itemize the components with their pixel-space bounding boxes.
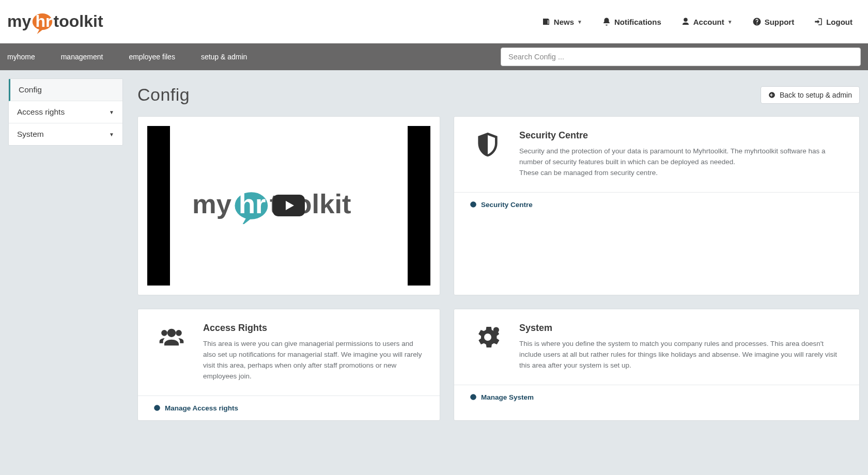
bell-icon bbox=[602, 17, 611, 26]
user-icon bbox=[681, 17, 690, 26]
svg-text:hr: hr bbox=[239, 188, 266, 219]
security-title: Security Centre bbox=[519, 130, 844, 141]
access-link[interactable]: Manage Access rights bbox=[153, 404, 424, 412]
users-icon bbox=[153, 323, 190, 382]
newspaper-icon bbox=[541, 17, 551, 26]
topbar: my hr toolkit News ▼ Notifications Accou… bbox=[0, 0, 868, 43]
nav-news[interactable]: News ▼ bbox=[541, 17, 582, 26]
svg-point-5 bbox=[493, 327, 499, 332]
nav-notifications[interactable]: Notifications bbox=[602, 17, 661, 26]
logo-suffix: toolkit bbox=[54, 12, 103, 30]
nav-setup-admin[interactable]: setup & admin bbox=[201, 44, 247, 69]
security-desc1: Security and the protection of your data… bbox=[519, 146, 844, 168]
access-title: Access Rights bbox=[203, 323, 424, 334]
system-link-label: Manage System bbox=[481, 393, 534, 401]
play-icon[interactable] bbox=[273, 195, 305, 216]
page-title: Config bbox=[137, 85, 190, 105]
system-card: System This is where you define the syst… bbox=[454, 309, 860, 421]
access-link-label: Manage Access rights bbox=[165, 404, 238, 412]
nav-notifications-label: Notifications bbox=[614, 18, 661, 26]
caret-down-icon: ▼ bbox=[109, 109, 114, 115]
search-input[interactable] bbox=[501, 48, 861, 66]
nav-account-label: Account bbox=[693, 18, 724, 26]
video-card: my hr toolkit bbox=[137, 116, 440, 295]
back-to-setup-button[interactable]: Back to setup & admin bbox=[761, 86, 860, 104]
search-wrap bbox=[501, 48, 861, 66]
caret-down-icon: ▼ bbox=[577, 19, 582, 25]
nav-management[interactable]: management bbox=[61, 44, 103, 69]
back-button-label: Back to setup & admin bbox=[780, 91, 852, 99]
nav-logout[interactable]: Logout bbox=[814, 17, 853, 26]
page-head: Config Back to setup & admin bbox=[137, 85, 860, 105]
caret-down-icon: ▼ bbox=[109, 132, 114, 137]
nav-support[interactable]: Support bbox=[752, 17, 795, 26]
system-desc: This is where you define the system to m… bbox=[519, 339, 844, 371]
security-card: Security Centre Security and the protect… bbox=[454, 116, 860, 295]
arrow-left-icon bbox=[768, 91, 776, 99]
nav-account[interactable]: Account ▼ bbox=[681, 17, 733, 26]
access-card: Access Rights This area is were you can … bbox=[137, 309, 440, 421]
nav-support-label: Support bbox=[765, 18, 795, 26]
nav-logout-label: Logout bbox=[826, 18, 853, 26]
security-link-label: Security Centre bbox=[481, 201, 533, 209]
sidebar: Config Access rights ▼ System ▼ bbox=[8, 78, 123, 146]
navbar: myhome management employee files setup &… bbox=[0, 43, 868, 70]
logout-icon bbox=[814, 17, 823, 26]
logo-accent: hr bbox=[35, 12, 52, 30]
sidebar-item-label: System bbox=[17, 130, 44, 139]
brand-logo[interactable]: my hr toolkit bbox=[7, 9, 131, 34]
arrow-right-icon bbox=[470, 393, 477, 401]
security-desc2: These can be managed from security centr… bbox=[519, 168, 844, 179]
gears-icon bbox=[470, 323, 506, 371]
nav-news-label: News bbox=[554, 18, 574, 26]
arrow-right-icon bbox=[470, 201, 477, 208]
logo-prefix: my bbox=[7, 12, 31, 30]
sidebar-item-label: Config bbox=[19, 85, 42, 94]
nav-employee-files[interactable]: employee files bbox=[129, 44, 175, 69]
sidebar-item-config[interactable]: Config bbox=[9, 79, 122, 101]
sidebar-item-access-rights[interactable]: Access rights ▼ bbox=[9, 101, 122, 123]
main: Config Back to setup & admin my bbox=[137, 78, 860, 421]
security-link[interactable]: Security Centre bbox=[470, 201, 844, 209]
sidebar-item-label: Access rights bbox=[17, 107, 65, 117]
svg-text:my: my bbox=[192, 188, 231, 219]
question-icon bbox=[752, 17, 762, 26]
nav-links: myhome management employee files setup &… bbox=[7, 44, 247, 69]
system-link[interactable]: Manage System bbox=[470, 393, 844, 401]
caret-down-icon: ▼ bbox=[727, 19, 733, 25]
arrow-right-icon bbox=[153, 404, 161, 411]
top-nav: News ▼ Notifications Account ▼ Support L… bbox=[541, 17, 853, 26]
access-desc: This area is were you can give manageria… bbox=[203, 339, 424, 382]
sidebar-item-system[interactable]: System ▼ bbox=[9, 123, 122, 145]
shield-icon bbox=[470, 130, 506, 179]
video-player[interactable]: my hr toolkit bbox=[147, 126, 430, 286]
page: Config Access rights ▼ System ▼ Config B… bbox=[0, 70, 868, 475]
system-title: System bbox=[519, 323, 844, 334]
nav-myhome[interactable]: myhome bbox=[7, 44, 35, 69]
